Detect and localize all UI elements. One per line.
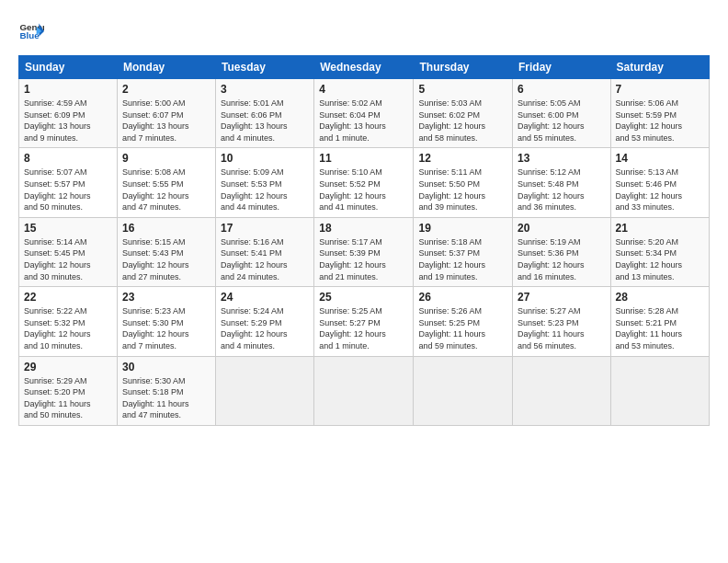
calendar-cell: 7Sunrise: 5:06 AMSunset: 5:59 PMDaylight… (610, 79, 709, 148)
day-info: Sunrise: 5:17 AMSunset: 5:39 PMDaylight:… (319, 236, 408, 282)
day-number: 5 (418, 83, 507, 96)
day-number: 8 (24, 152, 112, 165)
calendar-week-row: 8Sunrise: 5:07 AMSunset: 5:57 PMDaylight… (19, 148, 710, 217)
day-number: 2 (122, 83, 210, 96)
calendar-cell: 5Sunrise: 5:03 AMSunset: 6:02 PMDaylight… (414, 79, 513, 148)
day-info: Sunrise: 5:18 AMSunset: 5:37 PMDaylight:… (418, 236, 507, 282)
day-number: 7 (616, 83, 704, 96)
day-info: Sunrise: 5:30 AMSunset: 5:18 PMDaylight:… (122, 375, 210, 421)
calendar-cell (513, 356, 611, 425)
calendar-cell: 11Sunrise: 5:10 AMSunset: 5:52 PMDayligh… (314, 148, 414, 217)
day-number: 26 (418, 291, 507, 304)
calendar-cell: 20Sunrise: 5:19 AMSunset: 5:36 PMDayligh… (513, 217, 611, 286)
day-info: Sunrise: 5:25 AMSunset: 5:27 PMDaylight:… (319, 305, 408, 351)
day-info: Sunrise: 5:09 AMSunset: 5:53 PMDaylight:… (221, 167, 309, 213)
calendar-cell: 9Sunrise: 5:08 AMSunset: 5:55 PMDaylight… (117, 148, 215, 217)
day-header-thursday: Thursday (414, 56, 513, 79)
calendar-cell: 17Sunrise: 5:16 AMSunset: 5:41 PMDayligh… (216, 217, 314, 286)
day-number: 20 (518, 222, 606, 235)
day-number: 9 (122, 152, 210, 165)
day-info: Sunrise: 5:12 AMSunset: 5:48 PMDaylight:… (518, 167, 606, 213)
calendar-week-row: 29Sunrise: 5:29 AMSunset: 5:20 PMDayligh… (19, 356, 710, 425)
day-number: 27 (518, 291, 606, 304)
day-info: Sunrise: 5:07 AMSunset: 5:57 PMDaylight:… (24, 167, 112, 213)
day-info: Sunrise: 5:26 AMSunset: 5:25 PMDaylight:… (418, 305, 507, 351)
day-number: 14 (616, 152, 704, 165)
day-info: Sunrise: 5:08 AMSunset: 5:55 PMDaylight:… (122, 167, 210, 213)
day-info: Sunrise: 5:19 AMSunset: 5:36 PMDaylight:… (518, 236, 606, 282)
calendar-cell: 2Sunrise: 5:00 AMSunset: 6:07 PMDaylight… (117, 79, 215, 148)
calendar-cell: 22Sunrise: 5:22 AMSunset: 5:32 PMDayligh… (19, 287, 118, 356)
calendar-cell: 12Sunrise: 5:11 AMSunset: 5:50 PMDayligh… (414, 148, 513, 217)
day-info: Sunrise: 5:20 AMSunset: 5:34 PMDaylight:… (616, 236, 704, 282)
day-info: Sunrise: 5:22 AMSunset: 5:32 PMDaylight:… (24, 305, 112, 351)
day-info: Sunrise: 5:11 AMSunset: 5:50 PMDaylight:… (418, 167, 507, 213)
calendar-cell: 19Sunrise: 5:18 AMSunset: 5:37 PMDayligh… (414, 217, 513, 286)
day-number: 6 (518, 83, 606, 96)
day-number: 25 (319, 291, 408, 304)
calendar-week-row: 22Sunrise: 5:22 AMSunset: 5:32 PMDayligh… (19, 287, 710, 356)
day-number: 11 (319, 152, 408, 165)
day-number: 12 (418, 152, 507, 165)
day-info: Sunrise: 5:15 AMSunset: 5:43 PMDaylight:… (122, 236, 210, 282)
day-info: Sunrise: 5:28 AMSunset: 5:21 PMDaylight:… (616, 305, 704, 351)
calendar-cell: 25Sunrise: 5:25 AMSunset: 5:27 PMDayligh… (314, 287, 414, 356)
calendar-cell (610, 356, 709, 425)
calendar-cell: 28Sunrise: 5:28 AMSunset: 5:21 PMDayligh… (610, 287, 709, 356)
day-number: 28 (616, 291, 704, 304)
calendar-cell: 27Sunrise: 5:27 AMSunset: 5:23 PMDayligh… (513, 287, 611, 356)
day-info: Sunrise: 5:14 AMSunset: 5:45 PMDaylight:… (24, 236, 112, 282)
day-info: Sunrise: 5:23 AMSunset: 5:30 PMDaylight:… (122, 305, 210, 351)
day-info: Sunrise: 5:06 AMSunset: 5:59 PMDaylight:… (616, 98, 704, 144)
day-number: 16 (122, 222, 210, 235)
day-info: Sunrise: 5:16 AMSunset: 5:41 PMDaylight:… (221, 236, 309, 282)
calendar-cell: 14Sunrise: 5:13 AMSunset: 5:46 PMDayligh… (610, 148, 709, 217)
calendar-header-row: SundayMondayTuesdayWednesdayThursdayFrid… (19, 56, 710, 79)
calendar-cell: 10Sunrise: 5:09 AMSunset: 5:53 PMDayligh… (216, 148, 314, 217)
day-header-friday: Friday (513, 56, 611, 79)
day-number: 30 (122, 361, 210, 373)
calendar-cell: 29Sunrise: 5:29 AMSunset: 5:20 PMDayligh… (19, 356, 118, 425)
day-number: 24 (221, 291, 309, 304)
day-number: 22 (24, 291, 112, 304)
day-info: Sunrise: 5:13 AMSunset: 5:46 PMDaylight:… (616, 167, 704, 213)
calendar-cell: 3Sunrise: 5:01 AMSunset: 6:06 PMDaylight… (216, 79, 314, 148)
day-info: Sunrise: 4:59 AMSunset: 6:09 PMDaylight:… (24, 98, 112, 144)
calendar-cell: 24Sunrise: 5:24 AMSunset: 5:29 PMDayligh… (216, 287, 314, 356)
day-info: Sunrise: 5:01 AMSunset: 6:06 PMDaylight:… (221, 98, 309, 144)
day-number: 18 (319, 222, 408, 235)
day-info: Sunrise: 5:27 AMSunset: 5:23 PMDaylight:… (518, 305, 606, 351)
day-number: 10 (221, 152, 309, 165)
day-info: Sunrise: 5:24 AMSunset: 5:29 PMDaylight:… (221, 305, 309, 351)
day-number: 17 (221, 222, 309, 235)
page-header: General Blue (18, 18, 710, 44)
day-header-monday: Monday (117, 56, 215, 79)
day-info: Sunrise: 5:10 AMSunset: 5:52 PMDaylight:… (319, 167, 408, 213)
day-info: Sunrise: 5:05 AMSunset: 6:00 PMDaylight:… (518, 98, 606, 144)
calendar-cell (216, 356, 314, 425)
calendar-cell: 21Sunrise: 5:20 AMSunset: 5:34 PMDayligh… (610, 217, 709, 286)
day-number: 1 (24, 83, 112, 96)
calendar-week-row: 15Sunrise: 5:14 AMSunset: 5:45 PMDayligh… (19, 217, 710, 286)
calendar-week-row: 1Sunrise: 4:59 AMSunset: 6:09 PMDaylight… (19, 79, 710, 148)
calendar-cell: 4Sunrise: 5:02 AMSunset: 6:04 PMDaylight… (314, 79, 414, 148)
day-header-wednesday: Wednesday (314, 56, 414, 79)
calendar-cell: 16Sunrise: 5:15 AMSunset: 5:43 PMDayligh… (117, 217, 215, 286)
logo: General Blue (18, 18, 48, 44)
day-info: Sunrise: 5:03 AMSunset: 6:02 PMDaylight:… (418, 98, 507, 144)
day-info: Sunrise: 5:29 AMSunset: 5:20 PMDaylight:… (24, 375, 112, 421)
calendar-cell: 30Sunrise: 5:30 AMSunset: 5:18 PMDayligh… (117, 356, 215, 425)
day-number: 29 (24, 361, 112, 373)
day-header-saturday: Saturday (610, 56, 709, 79)
day-info: Sunrise: 5:00 AMSunset: 6:07 PMDaylight:… (122, 98, 210, 144)
day-number: 15 (24, 222, 112, 235)
calendar-table: SundayMondayTuesdayWednesdayThursdayFrid… (18, 55, 710, 426)
calendar-cell: 13Sunrise: 5:12 AMSunset: 5:48 PMDayligh… (513, 148, 611, 217)
day-number: 19 (418, 222, 507, 235)
day-number: 23 (122, 291, 210, 304)
calendar-cell: 6Sunrise: 5:05 AMSunset: 6:00 PMDaylight… (513, 79, 611, 148)
calendar-cell: 8Sunrise: 5:07 AMSunset: 5:57 PMDaylight… (19, 148, 118, 217)
day-number: 3 (221, 83, 309, 96)
day-header-sunday: Sunday (19, 56, 118, 79)
calendar-cell (314, 356, 414, 425)
